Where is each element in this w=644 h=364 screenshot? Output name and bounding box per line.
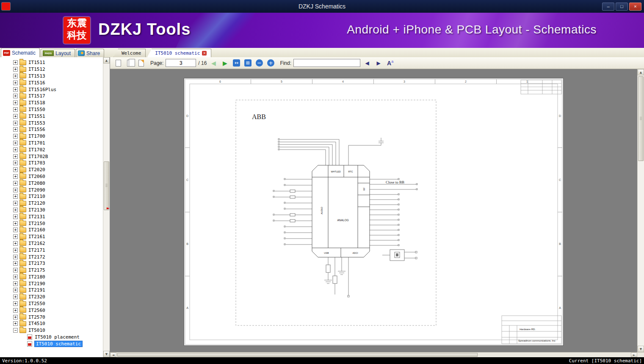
- tree-item-file[interactable]: IT5010 schematic: [0, 340, 103, 347]
- tree-item-folder[interactable]: +IT1516: [0, 79, 103, 86]
- find-input[interactable]: [293, 59, 360, 67]
- expander-icon[interactable]: +: [13, 141, 18, 145]
- tree-item-folder[interactable]: +IT2161: [0, 233, 103, 240]
- maximize-button[interactable]: □: [616, 3, 628, 11]
- tree-item-folder[interactable]: +IT2191: [0, 287, 103, 294]
- continuous-view-button[interactable]: [136, 58, 146, 68]
- tab-layout[interactable]: PADS Layout: [41, 49, 75, 57]
- tree-item-folder[interactable]: +IT1551: [0, 113, 103, 119]
- expander-icon[interactable]: +: [13, 161, 18, 165]
- expander-icon[interactable]: +: [13, 301, 18, 306]
- expander-icon[interactable]: +: [13, 181, 18, 186]
- next-page-button[interactable]: ▶: [220, 58, 229, 68]
- close-tab-icon[interactable]: ×: [202, 51, 207, 56]
- tree-item-folder[interactable]: +IT2060: [0, 173, 103, 180]
- tree-item-folder[interactable]: +IT2020: [0, 167, 103, 173]
- tree-item-folder[interactable]: +IT2172: [0, 253, 103, 260]
- close-button[interactable]: ×: [629, 3, 641, 11]
- tree-item-folder[interactable]: +IT2190: [0, 280, 103, 287]
- expander-icon[interactable]: +: [13, 248, 18, 253]
- viewer-scroll-thumb[interactable]: [638, 76, 644, 161]
- expander-icon[interactable]: +: [13, 114, 18, 119]
- expander-icon[interactable]: +: [13, 147, 18, 152]
- expander-icon[interactable]: +: [13, 94, 18, 98]
- find-next-button[interactable]: ▶: [374, 58, 383, 68]
- expander-icon[interactable]: +: [13, 221, 18, 226]
- expander-icon[interactable]: −: [13, 328, 18, 333]
- fit-width-button[interactable]: ↔: [232, 58, 241, 68]
- tree-item-folder[interactable]: +IT1700: [0, 133, 103, 140]
- tree-item-folder[interactable]: +IT1512: [0, 66, 103, 73]
- expander-icon[interactable]: +: [13, 167, 18, 172]
- expander-icon[interactable]: +: [13, 127, 18, 132]
- expander-icon[interactable]: +: [13, 315, 18, 320]
- tree-item-folder[interactable]: +IT1703: [0, 160, 103, 167]
- tree-item-folder[interactable]: +IT2162: [0, 240, 103, 247]
- tree-item-folder[interactable]: +IT1511: [0, 59, 103, 66]
- tree-item-folder[interactable]: +IT2131: [0, 213, 103, 220]
- sidebar-collapse-handle[interactable]: ►: [107, 206, 110, 210]
- page-number-input[interactable]: [166, 59, 196, 67]
- tree-item-folder[interactable]: +IT2080: [0, 180, 103, 186]
- tree-item-folder[interactable]: +IT1518: [0, 100, 103, 106]
- pdf-viewer[interactable]: 654321 DCBA DCBA: [110, 69, 637, 352]
- tree-item-folder[interactable]: +IT2175: [0, 267, 103, 274]
- tree-item-folder[interactable]: +IT2160: [0, 227, 103, 233]
- scroll-up-icon[interactable]: ▲: [638, 69, 644, 75]
- facing-pages-view-button[interactable]: [125, 58, 134, 68]
- tree-item-folder[interactable]: +IT2570: [0, 314, 103, 320]
- tree-item-folder[interactable]: +IT1513: [0, 73, 103, 80]
- match-case-icon[interactable]: Aa: [387, 59, 393, 67]
- expander-icon[interactable]: +: [13, 268, 18, 272]
- expander-icon[interactable]: +: [13, 154, 18, 159]
- tab-share[interactable]: Share: [76, 49, 104, 57]
- expander-icon[interactable]: +: [13, 288, 18, 292]
- expander-icon[interactable]: +: [13, 188, 18, 192]
- horizontal-scrollbar[interactable]: ◄ ►: [110, 352, 644, 357]
- expander-icon[interactable]: +: [13, 275, 18, 279]
- scroll-down-icon[interactable]: ▼: [103, 351, 110, 357]
- expander-icon[interactable]: +: [13, 241, 18, 246]
- fit-page-button[interactable]: ⊞: [243, 58, 252, 68]
- tree-item-folder[interactable]: +IT2150: [0, 220, 103, 227]
- viewer-scrollbar[interactable]: ▲ ▼: [637, 69, 644, 352]
- tree-item-folder[interactable]: +IT2173: [0, 260, 103, 267]
- scroll-up-icon[interactable]: ▲: [103, 57, 110, 64]
- tree-item-folder[interactable]: +IT1702: [0, 146, 103, 153]
- tree-item-folder[interactable]: +IT2550: [0, 300, 103, 307]
- expander-icon[interactable]: +: [13, 134, 18, 139]
- expander-icon[interactable]: +: [13, 60, 18, 65]
- doc-tab-it5010-schematic[interactable]: IT5010 schematic ×: [147, 49, 211, 57]
- tab-schematic[interactable]: PDF Schematic: [1, 48, 40, 57]
- horizontal-scroll-thumb[interactable]: [117, 353, 478, 357]
- tree-item-folder[interactable]: +IT2171: [0, 247, 103, 253]
- tree-item-folder[interactable]: +IT4510: [0, 320, 103, 327]
- minimize-button[interactable]: –: [602, 3, 614, 11]
- tree-item-folder[interactable]: +IT2320: [0, 294, 103, 300]
- tree-item-folder[interactable]: +IT1517: [0, 93, 103, 100]
- tree-item-folder[interactable]: +IT2560: [0, 307, 103, 314]
- expander-icon[interactable]: +: [13, 234, 18, 239]
- expander-icon[interactable]: +: [13, 121, 18, 125]
- tree-item-folder[interactable]: +IT1553: [0, 119, 103, 126]
- scroll-left-icon[interactable]: ◄: [110, 353, 116, 357]
- tree-item-folder[interactable]: +IT2130: [0, 207, 103, 214]
- expander-icon[interactable]: +: [13, 194, 18, 199]
- viewer-scroll-track[interactable]: [638, 75, 644, 346]
- single-page-view-button[interactable]: [113, 58, 123, 68]
- zoom-out-button[interactable]: −: [254, 58, 264, 68]
- expander-icon[interactable]: +: [13, 214, 18, 219]
- tree-item-file[interactable]: IT5010 placement: [0, 334, 103, 341]
- horizontal-scroll-track[interactable]: [116, 353, 631, 357]
- expander-icon[interactable]: +: [13, 81, 18, 85]
- expander-icon[interactable]: +: [13, 87, 18, 92]
- expander-icon[interactable]: +: [13, 255, 18, 259]
- expander-icon[interactable]: +: [13, 74, 18, 78]
- tree-item-folder[interactable]: +IT2090: [0, 186, 103, 193]
- expander-icon[interactable]: +: [13, 308, 18, 313]
- expander-icon[interactable]: +: [13, 100, 18, 105]
- find-previous-button[interactable]: ◀: [362, 58, 372, 68]
- expander-icon[interactable]: +: [13, 321, 18, 326]
- scroll-down-icon[interactable]: ▼: [638, 346, 644, 352]
- tree-item-folder[interactable]: −IT5010: [0, 327, 103, 334]
